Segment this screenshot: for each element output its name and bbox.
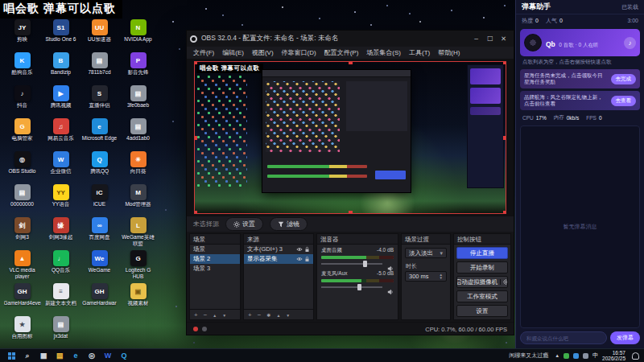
desktop-icon[interactable]: Q腾讯QQ xyxy=(80,151,118,183)
obs-titlebar[interactable]: OBS 32.0.4 - 配置文件: 未命名 - 场景: 未命名 – ☐ ✕ xyxy=(187,31,514,47)
task-banner[interactable]: 星海任务尚未完成，点击领取今日星海任务奖励 去完成 xyxy=(520,69,640,88)
add-scene-icon[interactable] xyxy=(194,311,198,319)
selection-handle[interactable] xyxy=(195,211,197,213)
desktop-icon[interactable]: ☀向日葵 xyxy=(119,151,157,183)
minimize-button[interactable]: – xyxy=(469,31,483,47)
desktop-icon[interactable]: K酷狗音乐 xyxy=(3,52,41,84)
control-button[interactable]: 停止直播 xyxy=(456,247,508,259)
desktop-icon[interactable]: S直播伴侣 xyxy=(80,85,118,117)
selection-handle[interactable] xyxy=(195,62,197,64)
music-note-icon[interactable] xyxy=(624,37,636,49)
spinner-arrows-icon[interactable]: ▲▼ xyxy=(440,274,443,280)
desktop-icon[interactable]: YYYY语音 xyxy=(42,184,80,216)
preview-scene[interactable]: 唱会歌 弹幕可以点歌 xyxy=(195,62,506,213)
tray-icon[interactable] xyxy=(573,353,579,359)
desktop-icon[interactable]: ∞百度网盘 xyxy=(80,217,118,249)
control-button[interactable]: 启动虚拟摄像机 xyxy=(456,276,508,288)
taskbar-news-text[interactable]: 闲聊来又太过瘾 xyxy=(509,352,555,360)
selection-handle[interactable] xyxy=(349,211,353,213)
taskbar-app-edge[interactable]: e xyxy=(68,349,84,362)
lock-icon[interactable] xyxy=(304,246,310,253)
source-item[interactable]: 文本(GDI+) 3 xyxy=(244,245,313,254)
speaker-icon[interactable] xyxy=(387,265,394,272)
desktop-icon[interactable]: G电脑管家 xyxy=(3,118,41,150)
menu-item[interactable]: 配置文件(P) xyxy=(320,47,363,60)
control-button[interactable]: 开始录制 xyxy=(456,261,508,274)
scene-item[interactable]: 场景 3 xyxy=(190,264,240,274)
speaker-icon-wrap[interactable] xyxy=(387,284,394,298)
menu-item[interactable]: 编辑(E) xyxy=(218,47,248,60)
menu-item[interactable]: 文件(F) xyxy=(189,47,218,60)
desktop-icon[interactable]: BBandizip xyxy=(42,52,80,84)
desktop-icon[interactable]: ♩QQ音乐 xyxy=(42,250,80,282)
remove-scene-icon[interactable] xyxy=(204,311,208,319)
close-button[interactable]: ✕ xyxy=(497,31,510,47)
taskbar-app-wegame[interactable]: W xyxy=(100,349,116,362)
desktop-icon[interactable]: S1Studio One 6 xyxy=(42,19,80,51)
maximize-button[interactable]: ☐ xyxy=(483,31,497,47)
danmaku-input[interactable] xyxy=(520,331,607,344)
volume-slider[interactable] xyxy=(321,284,394,290)
selection-handle[interactable] xyxy=(195,136,197,140)
desktop-icon[interactable]: UUUU加速器 xyxy=(80,19,118,51)
menu-item[interactable]: 场景集合(S) xyxy=(362,47,405,60)
desktop-icon[interactable]: W企业微信 xyxy=(42,151,80,183)
taskbar-app-task-view[interactable]: ▦ xyxy=(35,349,52,362)
desktop-icon[interactable]: GHGameHard4ever xyxy=(3,283,41,315)
desktop-icon[interactable]: ▤7811b7cd xyxy=(80,52,118,84)
menu-item[interactable]: 停靠窗口(D) xyxy=(278,47,320,60)
speaker-icon[interactable] xyxy=(387,289,394,295)
desktop-icon[interactable]: ▤jx3dat xyxy=(42,316,80,348)
banner-action-button[interactable]: 去查看 xyxy=(611,96,637,106)
desktop-icon[interactable]: 剑剑网3 xyxy=(3,217,41,249)
lock-icon[interactable] xyxy=(304,256,310,262)
selection-handle[interactable] xyxy=(349,62,353,64)
desktop-icon[interactable]: GHGameHardwar xyxy=(80,283,118,315)
desktop-icon[interactable]: iCiCUE xyxy=(80,184,118,216)
virtual-cam-config-icon[interactable] xyxy=(500,279,508,285)
slider-knob[interactable] xyxy=(363,261,367,267)
control-button[interactable]: 设置 xyxy=(456,305,508,317)
desktop-icon[interactable]: ▤00000000 xyxy=(3,184,41,216)
tray-icon[interactable] xyxy=(564,353,569,359)
desktop-icon[interactable]: ♫网易云音乐 xyxy=(42,118,80,150)
menu-item[interactable]: 视图(V) xyxy=(248,47,278,60)
eye-icon[interactable] xyxy=(296,256,303,262)
eye-icon[interactable] xyxy=(296,246,303,253)
desktop-icon[interactable]: WeWeGame xyxy=(80,250,118,282)
send-danmaku-button[interactable]: 发弹幕 xyxy=(610,331,640,344)
desktop-icon[interactable]: P影音先锋 xyxy=(119,52,157,84)
source-properties-button[interactable]: 设置 xyxy=(225,217,263,231)
desktop-icon[interactable]: JY剪映 xyxy=(3,19,41,51)
desktop-icon[interactable]: NNVIDIA App xyxy=(119,19,157,51)
clock[interactable]: 16:57 2026/2/25 xyxy=(602,350,628,362)
taskbar-app-search[interactable]: ⌕ xyxy=(19,349,35,362)
gear-icon[interactable] xyxy=(503,279,508,285)
move-scene-up-icon[interactable] xyxy=(213,311,217,319)
move-source-up-icon[interactable] xyxy=(276,311,280,319)
desktop-icon[interactable]: MMod管理器 xyxy=(119,184,157,216)
menu-item[interactable]: 工具(T) xyxy=(405,47,434,60)
add-source-icon[interactable] xyxy=(248,311,252,319)
scene-item[interactable]: 场景 xyxy=(190,245,240,254)
desktop-icon[interactable]: ♪抖音 xyxy=(3,85,41,117)
remove-source-icon[interactable] xyxy=(258,311,262,319)
taskbar-app-qq[interactable]: Q xyxy=(116,349,132,362)
slider-knob[interactable] xyxy=(357,284,361,290)
input-language-indicator[interactable]: 中 xyxy=(592,352,598,360)
source-settings-icon[interactable] xyxy=(266,311,270,319)
source-item[interactable]: 显示器采集 xyxy=(244,254,313,264)
promo-banner[interactable]: 品牌航海：风之谷限定礼物上新，点击前往查看 去查看 xyxy=(520,91,640,110)
volume-slider[interactable] xyxy=(321,261,394,267)
banner-action-button[interactable]: 去完成 xyxy=(611,74,637,84)
desktop-icon[interactable]: 缘剑网3缘起 xyxy=(42,217,80,249)
desktop-icon[interactable]: eMicrosoft Edge xyxy=(80,118,118,150)
desktop-icon[interactable]: GLogitech G HUB xyxy=(119,250,157,282)
move-scene-down-icon[interactable] xyxy=(222,311,226,319)
speaker-icon-wrap[interactable] xyxy=(387,261,394,275)
start-button[interactable] xyxy=(3,349,19,362)
control-button[interactable]: 工作室模式 xyxy=(456,290,508,302)
taskbar-app-explorer[interactable]: ▤ xyxy=(52,349,68,362)
tray-expand-icon[interactable]: ▲ xyxy=(555,353,559,358)
notification-bell-icon[interactable] xyxy=(632,352,639,360)
